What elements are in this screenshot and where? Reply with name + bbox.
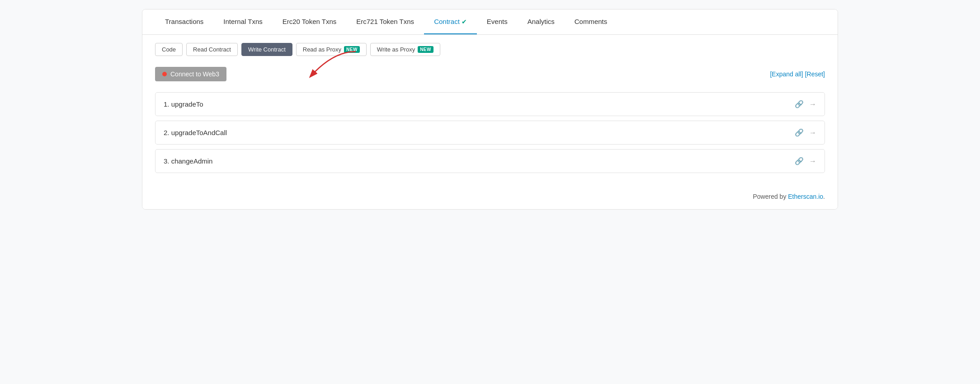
arrow-right-icon[interactable]: →: [809, 129, 816, 137]
function-row-icons: 🔗 →: [795, 157, 816, 165]
etherscan-link[interactable]: Etherscan.io: [788, 193, 823, 200]
expand-reset-actions: [Expand all] [Reset]: [770, 70, 825, 78]
subtab-read-contract[interactable]: Read Contract: [186, 43, 238, 56]
subtab-code[interactable]: Code: [155, 43, 183, 56]
footer: Powered by Etherscan.io.: [142, 184, 838, 209]
function-name: 1. upgradeTo: [164, 100, 203, 108]
top-tab-nav: Transactions Internal Txns Erc20 Token T…: [142, 9, 838, 35]
tab-analytics[interactable]: Analytics: [518, 9, 565, 34]
function-row[interactable]: 3. changeAdmin 🔗 →: [155, 149, 825, 173]
read-proxy-new-badge: NEW: [344, 46, 360, 53]
tab-contract[interactable]: Contract✔: [424, 9, 477, 34]
function-name: 3. changeAdmin: [164, 157, 212, 165]
link-icon[interactable]: 🔗: [795, 128, 804, 137]
link-icon[interactable]: 🔗: [795, 100, 804, 108]
function-row[interactable]: 2. upgradeToAndCall 🔗 →: [155, 121, 825, 145]
verified-check-icon: ✔: [462, 18, 467, 25]
tab-erc721-token-txns[interactable]: Erc721 Token Txns: [346, 9, 424, 34]
subtab-write-as-proxy[interactable]: Write as Proxy NEW: [370, 43, 440, 56]
sub-tab-row: Code Read Contract Write Contract Read a…: [142, 35, 838, 56]
connect-web3-label: Connect to Web3: [170, 70, 219, 78]
tab-internal-txns[interactable]: Internal Txns: [213, 9, 272, 34]
arrow-right-icon[interactable]: →: [809, 157, 816, 165]
main-content: Connect to Web3 [Expand all]: [142, 56, 838, 184]
link-icon[interactable]: 🔗: [795, 157, 804, 165]
web3-left: Connect to Web3: [155, 67, 234, 81]
arrow-right-icon[interactable]: →: [809, 100, 816, 108]
subtab-write-contract[interactable]: Write Contract: [241, 43, 292, 56]
tab-transactions[interactable]: Transactions: [155, 9, 213, 34]
powered-by-text: Powered by: [753, 193, 788, 200]
function-row-icons: 🔗 →: [795, 128, 816, 137]
subtab-read-as-proxy[interactable]: Read as Proxy NEW: [296, 43, 367, 56]
expand-all-link[interactable]: [Expand all]: [770, 70, 803, 78]
tab-events[interactable]: Events: [477, 9, 518, 34]
main-container: Transactions Internal Txns Erc20 Token T…: [142, 9, 838, 210]
write-proxy-new-badge: NEW: [418, 46, 433, 53]
connection-status-dot: [162, 72, 167, 76]
function-name: 2. upgradeToAndCall: [164, 129, 227, 136]
function-row[interactable]: 1. upgradeTo 🔗 →: [155, 92, 825, 116]
connect-web3-button[interactable]: Connect to Web3: [155, 67, 226, 81]
tab-comments[interactable]: Comments: [565, 9, 617, 34]
function-row-icons: 🔗 →: [795, 100, 816, 108]
footer-period: .: [823, 193, 825, 200]
function-list: 1. upgradeTo 🔗 → 2. upgradeToAndCall 🔗 →…: [155, 92, 825, 173]
reset-link[interactable]: [Reset]: [805, 70, 825, 78]
web3-row: Connect to Web3 [Expand all]: [155, 67, 825, 81]
tab-erc20-token-txns[interactable]: Erc20 Token Txns: [273, 9, 347, 34]
